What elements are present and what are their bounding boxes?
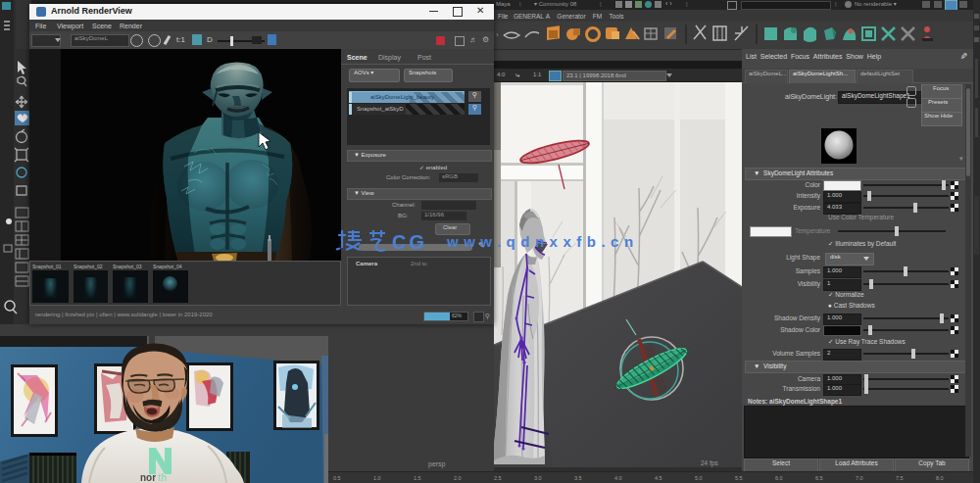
svg-text:th: th bbox=[158, 472, 167, 483]
svg-text:CG: CG bbox=[392, 231, 427, 253]
svg-text:www.qdnxxfb.cn: www.qdnxxfb.cn bbox=[446, 233, 639, 250]
svg-text:24 fps: 24 fps bbox=[701, 459, 718, 467]
svg-text:nor: nor bbox=[140, 472, 156, 483]
